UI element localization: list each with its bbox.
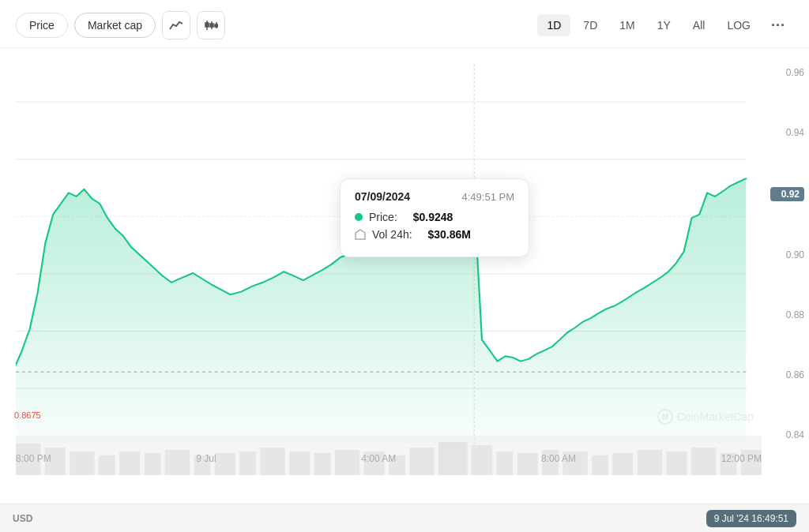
time-1m-btn[interactable]: 1M [610, 14, 644, 36]
tooltip-price-value: $0.9248 [413, 211, 453, 223]
time-log-btn[interactable]: LOG [717, 14, 760, 36]
y-label-088: 0.88 [770, 309, 804, 320]
x-label-8am: 8:00 AM [541, 453, 576, 464]
watermark: M CoinMarketCap [657, 409, 754, 425]
price-tab[interactable]: Price [16, 13, 68, 38]
price-dot-icon [355, 213, 363, 221]
tooltip-vol-value: $30.86M [428, 228, 471, 241]
currency-label: USD [13, 513, 32, 524]
svg-rect-5 [215, 24, 218, 27]
y-label-094: 0.94 [770, 127, 804, 138]
x-label-9jul: 9 Jul [196, 453, 216, 464]
x-label-12pm: 12:00 PM [721, 453, 762, 464]
line-chart-icon-btn[interactable] [162, 11, 190, 39]
time-7d-btn[interactable]: 7D [574, 14, 607, 36]
toolbar-left: Price Market cap [16, 11, 225, 39]
svg-text:M: M [662, 413, 668, 421]
y-label-090: 0.90 [770, 249, 804, 260]
timestamp-badge: 9 Jul '24 16:49:51 [706, 510, 796, 527]
tooltip-time: 4:49:51 PM [462, 191, 515, 203]
candle-chart-icon-btn[interactable] [197, 11, 225, 39]
chart-container: Price Market cap 1D 7D 1M [0, 0, 809, 532]
tooltip-date: 07/09/2024 [355, 190, 410, 203]
y-label-092-highlight: 0.92 [770, 187, 804, 201]
time-all-btn[interactable]: All [683, 14, 715, 36]
x-axis: 8:00 PM 9 Jul 4:00 AM 8:00 AM 12:00 PM [16, 453, 762, 464]
y-label-086: 0.86 [770, 369, 804, 380]
x-label-4am: 4:00 AM [361, 453, 396, 464]
tooltip-vol-label: Vol 24h: [372, 228, 412, 241]
vol-icon [355, 229, 366, 240]
y-label-096: 0.96 [770, 67, 804, 78]
svg-rect-1 [205, 23, 209, 27]
chart-area: 0.8675 [0, 48, 809, 504]
x-label-8pm: 8:00 PM [16, 453, 51, 464]
open-price-label: 0.8675 [14, 410, 41, 420]
tooltip-vol-row: Vol 24h: $30.86M [355, 228, 514, 241]
market-cap-tab[interactable]: Market cap [74, 13, 156, 38]
time-1y-btn[interactable]: 1Y [648, 14, 680, 36]
y-label-084: 0.84 [770, 429, 804, 440]
svg-rect-3 [210, 24, 213, 27]
y-axis: 0.96 0.94 0.92 0.90 0.88 0.86 0.84 [766, 64, 809, 444]
tooltip-price-label: Price: [369, 211, 397, 223]
tooltip-price-row: Price: $0.9248 [355, 211, 514, 223]
price-tooltip: 07/09/2024 4:49:51 PM Price: $0.9248 Vol… [340, 178, 529, 257]
time-1d-btn[interactable]: 1D [537, 14, 570, 36]
tooltip-header: 07/09/2024 4:49:51 PM [355, 190, 514, 203]
toolbar-right: 1D 7D 1M 1Y All LOG ··· [537, 13, 793, 39]
more-options-btn[interactable]: ··· [763, 13, 793, 39]
chart-wrapper: 0.8675 [0, 56, 809, 504]
bottom-bar: USD 9 Jul '24 16:49:51 [0, 504, 809, 532]
toolbar: Price Market cap 1D 7D 1M [0, 0, 809, 48]
